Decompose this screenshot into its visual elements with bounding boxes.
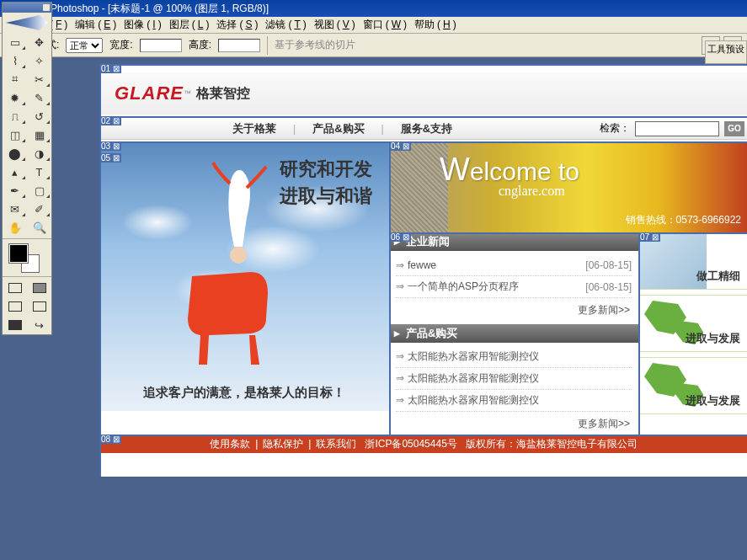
footer-icp: 浙ICP备05045445号 [360,437,462,451]
site-header: GLARE ™ 格莱智控 [99,72,747,115]
product-row[interactable]: ⇒太阳能热水器家用智能测控仪 [396,346,632,368]
ps-logo [3,13,51,33]
standard-mode[interactable] [3,279,27,297]
site-footer: 使用条款 | 隐私保护 | 联系我们 浙ICP备05045445号 版权所有：海… [99,435,747,453]
width-input[interactable] [140,39,182,52]
site-nav: 关于格莱 | 产品&购买 | 服务&支持 检索： GO [99,116,747,140]
separator [267,36,268,55]
red-chair-graphic [175,268,293,369]
footer-copyright: 版权所有：海盐格莱智控电子有限公司 [466,437,638,451]
svg-point-0 [230,247,247,264]
hero-text-3: 追求客户的满意，是格莱人的目标！ [99,385,389,401]
brand-logo-cn: 格莱智控 [196,85,250,103]
menu-bar: 文件(F) 编辑(E) 图像(I) 图层(L) 选择(S) 滤镜(T) 视图(V… [0,17,747,34]
screen-full[interactable] [3,316,27,334]
brush-tool[interactable]: ✎ [27,88,51,107]
footer-contact[interactable]: 联系我们 [316,437,356,451]
product-row[interactable]: ⇒太阳能热水器家用智能测控仪 [396,390,632,412]
notes-tool[interactable]: ✉ [3,200,27,218]
nav-service[interactable]: 服务&支持 [394,121,459,136]
side-card-3[interactable]: 进取与发展 [638,357,747,414]
style-select[interactable]: 正常 [66,38,103,53]
slice-03-label[interactable]: 03⊠ [99,141,121,151]
menu-window[interactable]: 窗口(W) [358,18,409,32]
news-header: 企业新闻 [389,232,638,251]
slice-05-label[interactable]: 05⊠ [99,153,121,163]
side-card-2[interactable]: 进取与发展 [638,295,747,352]
gradient-tool[interactable]: ▦ [27,125,51,144]
hero-left: 研究和开发 进取与和谐 追求客户的满意，是格莱人的目标！ [99,141,389,411]
stamp-tool[interactable]: ⎍ [3,107,27,125]
products-header: 产品&购买 [389,324,638,343]
width-label: 宽度: [109,38,132,52]
crop-tool[interactable]: ⌗ [3,70,27,88]
zoom-tool[interactable]: 🔍 [27,218,51,237]
brand-logo-en: GLARE [115,83,184,104]
slice-hint[interactable]: 基于参考线的切片 [275,38,355,52]
hand-tool[interactable]: ✋ [3,218,27,237]
slice-04-label[interactable]: 04⊠ [389,141,411,151]
imageready-jump[interactable]: ↪ [27,316,51,334]
slice-06-label[interactable]: 06⊠ [389,232,411,242]
marquee-tool[interactable]: ▭ [3,33,27,51]
slice-tool[interactable]: ✂ [27,70,51,88]
menu-filter[interactable]: 滤镜(T) [260,18,308,32]
card-label: 进取与发展 [686,331,740,346]
hero-text-1: 研究和开发 [280,157,372,182]
path-select-tool[interactable]: ▴ [3,163,27,181]
shape-tool[interactable]: ▢ [27,181,51,200]
menu-select[interactable]: 选择(S) [211,18,260,32]
slice-01-label[interactable]: 01⊠ [99,64,121,73]
quickmask-mode[interactable] [27,279,51,297]
history-brush-tool[interactable]: ↺ [27,107,51,125]
card-label: 做工精细 [696,269,740,284]
nav-about[interactable]: 关于格莱 [226,121,283,136]
hero-right: Welcome to cnglare.com 销售热线：0573-6966922 [389,141,747,232]
options-bar: 样式: 正常 宽度: 高度: 基于参考线的切片 [0,34,747,57]
more-news-link[interactable]: 更多新闻>> [389,300,638,324]
news-row[interactable]: ⇒一个简单的ASP分页程序[06-08-15] [396,276,632,298]
tool-presets-tab[interactable]: 工具预设 [705,40,747,64]
pen-tool[interactable]: ✒ [3,181,27,200]
news-row[interactable]: ⇒fewwe[06-08-15] [396,254,632,276]
lasso-tool[interactable]: ⌇ [3,51,27,70]
window-title: Adobe Photoshop - [未标题-1 @ 100% (图层 1, R… [19,2,269,16]
hero-text-2: 进取与和谐 [280,184,372,209]
wand-tool[interactable]: ✧ [27,51,51,70]
welcome-text: Welcome to [440,152,579,188]
slice-07-label[interactable]: 07⊠ [638,232,660,242]
menu-edit[interactable]: 编辑(E) [70,18,119,32]
healing-tool[interactable]: ✹ [3,88,27,107]
footer-terms[interactable]: 使用条款 [210,437,250,451]
search-input[interactable] [635,121,719,136]
slice-02-label[interactable]: 02⊠ [99,116,121,125]
menu-help[interactable]: 帮助(H) [409,18,459,32]
card-label: 进取与发展 [686,393,740,408]
type-tool[interactable]: T [27,163,51,181]
footer-privacy[interactable]: 隐私保护 [263,437,303,451]
blur-tool[interactable]: ⬤ [3,144,27,163]
title-bar: Adobe Photoshop - [未标题-1 @ 100% (图层 1, R… [0,0,747,17]
product-row[interactable]: ⇒太阳能热水器家用智能测控仪 [396,368,632,390]
color-swatches[interactable] [3,241,51,275]
search-label: 检索： [600,121,630,136]
height-input[interactable] [218,39,260,52]
eyedropper-tool[interactable]: ✐ [27,200,51,218]
screen-standard[interactable] [3,297,27,316]
toolbox: ▭ ✥ ⌇ ✧ ⌗ ✂ ✹ ✎ ⎍ ↺ ◫ ▦ ⬤ ◑ ▴ T ✒ ▢ ✉ ✐ … [2,2,52,335]
go-button[interactable]: GO [724,121,744,136]
dodge-tool[interactable]: ◑ [27,144,51,163]
toolbox-header[interactable] [3,3,51,13]
menu-image[interactable]: 图像(I) [119,18,163,32]
move-tool[interactable]: ✥ [27,33,51,51]
domain-text: cnglare.com [499,184,565,199]
eraser-tool[interactable]: ◫ [3,125,27,144]
menu-layer[interactable]: 图层(L) [164,18,212,32]
screen-full-menu[interactable] [27,297,51,316]
document-canvas[interactable]: 01⊠ 02⊠ 03⊠ 04⊠ 05⊠ 06⊠ 07⊠ 08⊠ GLARE ™ … [99,64,747,477]
menu-view[interactable]: 视图(V) [309,18,358,32]
slice-08-label[interactable]: 08⊠ [99,435,121,444]
nav-sep: | [371,123,394,135]
foreground-color[interactable] [9,244,28,263]
nav-products[interactable]: 产品&购买 [306,121,371,136]
